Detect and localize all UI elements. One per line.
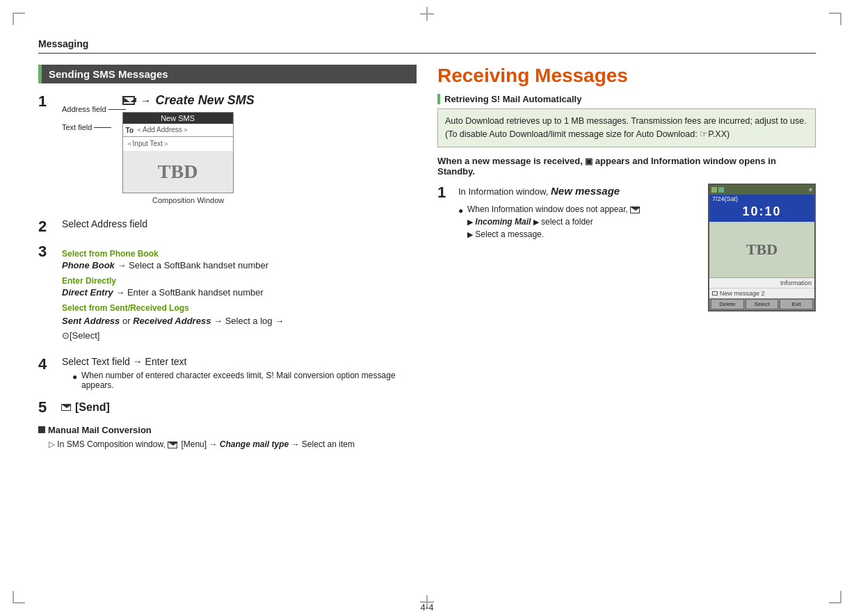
left-section-heading: Sending SMS Messages xyxy=(38,65,417,83)
sms-to-label: To xyxy=(126,127,134,134)
step3-substep2-body: Direct Entry → Enter a SoftBank handset … xyxy=(62,287,417,298)
phone-info-bar: Information xyxy=(709,277,814,288)
manual-change-type: Change mail type xyxy=(220,439,289,449)
right-triangle1b: ▶ xyxy=(533,218,539,226)
step3-substep3-body: Sent Address or Received Address → Selec… xyxy=(62,314,417,343)
step4-container: 4 Select Text field → Enter text ● When … xyxy=(38,356,417,390)
step3-substep3-italic2: Received Address xyxy=(133,316,211,326)
sms-to-row: To ＜Add Address＞ xyxy=(123,124,233,137)
manual-heading: Manual Mail Conversion xyxy=(38,425,417,435)
step3-substep3: Select from Sent/Received Logs Sent Addr… xyxy=(62,303,417,343)
phone-exit-btn[interactable]: Exit xyxy=(780,299,813,309)
page-number: 4-4 xyxy=(421,602,434,613)
manual-menu-label: [Menu] xyxy=(181,439,207,449)
manual-mail-icon xyxy=(168,441,177,448)
corner-mark-tl xyxy=(13,13,25,25)
standby-text-part1: When a new message is received, xyxy=(437,156,583,166)
step4-content: Select Text field → Enter text ● When nu… xyxy=(62,356,417,390)
phone-msg-icon xyxy=(712,291,718,295)
left-section-title: Sending SMS Messages xyxy=(49,68,168,80)
phone-select-btn[interactable]: Select xyxy=(746,299,779,309)
right-bullet-dot: ● xyxy=(458,204,464,217)
step1-arrow: → xyxy=(140,95,152,107)
step3-substep1-rest: Select a SoftBank handset number xyxy=(129,260,268,270)
step3-content: Select from Phone Book Phone Book → Sele… xyxy=(62,243,417,348)
corner-mark-br xyxy=(829,591,841,603)
right-mail-icon xyxy=(630,206,640,213)
step3-container: 3 Select from Phone Book Phone Book → Se… xyxy=(38,243,417,348)
sms-tbd-text: TBD xyxy=(158,161,198,183)
step3-number: 3 xyxy=(38,243,58,260)
step3-substep3-rest2: ⊙[Select] xyxy=(62,330,99,341)
sms-mockup: New SMS To ＜Add Address＞ ＜Input Text＞ TB… xyxy=(122,112,234,193)
step5-text: [Send] xyxy=(61,401,110,414)
right-column: Receiving Messages Retrieving S! Mail Au… xyxy=(437,65,816,451)
square-bullet-icon xyxy=(38,426,45,433)
right-triangle2: ▶ xyxy=(467,230,473,238)
right-step1-text: In Information window, xyxy=(458,186,548,197)
right-step1-content: In Information window, New message ● Whe… xyxy=(458,184,698,241)
step4-bullet-text: When number of entered character exceeds… xyxy=(81,371,417,390)
step5-number: 5 xyxy=(38,398,58,416)
step3-substep1-body: Phone Book → Select a SoftBank handset n… xyxy=(62,260,417,270)
signal-icon xyxy=(711,187,717,193)
step3-substep2-heading: Enter Directly xyxy=(62,276,417,286)
standby-icon: ▣ xyxy=(585,156,595,166)
step3-substep3-arrow: → xyxy=(214,316,225,326)
phone-tbd-text: TBD xyxy=(746,241,778,259)
phone-msg-label: New message 2 xyxy=(720,290,765,297)
step1-mail-icon xyxy=(122,96,135,105)
sms-tbd-area: TBD xyxy=(123,151,233,193)
right-step1-bullet-content: When Information window does not appear,… xyxy=(467,203,641,241)
phone-time: 10:10 xyxy=(709,203,814,222)
receiving-heading: Receiving Messages xyxy=(437,65,816,87)
step3-substep3-italic1: Sent Address xyxy=(62,316,120,326)
manual-arrow-prefix: ▷ xyxy=(49,439,55,449)
phone-btn-bar: Delete Select Exit xyxy=(709,298,814,310)
phone-delete-btn[interactable]: Delete xyxy=(711,299,744,309)
top-cross xyxy=(420,7,434,21)
right-incoming-mail: Incoming Mail xyxy=(475,217,533,227)
manual-arrow2: → xyxy=(291,439,302,449)
step3-substep3-rest1: Select a log xyxy=(225,316,273,326)
step3-substep2-arrow: → xyxy=(115,287,127,298)
phone-mockup: ■ 7/24(Sat) 10:10 TBD Information New me… xyxy=(708,184,816,311)
step1-content: Address field Text field xyxy=(62,93,417,210)
step1-container: 1 Address field Text field xyxy=(38,93,417,210)
phone-date: 7/24(Sat) xyxy=(712,195,738,202)
right-rest1: select a folder xyxy=(541,217,593,227)
info-box: Auto Download retrieves up to 1 MB messa… xyxy=(437,108,816,147)
phone-tbd: TBD xyxy=(709,222,814,277)
step4-rest: Enter text xyxy=(145,356,187,367)
right-bullet-text: When Information window does not appear, xyxy=(467,204,628,214)
right-step1-container: 1 In Information window, New message ● W… xyxy=(437,184,698,241)
step3-substep1-italic: Phone Book xyxy=(62,260,115,270)
manual-body: ▷ In SMS Composition window, [Menu] → Ch… xyxy=(49,438,417,451)
step3-substep2-italic: Direct Entry xyxy=(62,287,113,298)
text-field-label: Text field xyxy=(62,123,92,131)
step1-number: 1 xyxy=(38,93,58,110)
step4-text: Select Text field → Enter text xyxy=(62,356,417,367)
right-triangle1: ▶ xyxy=(467,218,473,226)
step4-bullet: ● When number of entered character excee… xyxy=(72,371,417,390)
info-box-text: Auto Download retrieves up to 1 MB messa… xyxy=(445,116,807,139)
step2-text: Select Address field xyxy=(62,218,147,229)
sms-address-field: ＜Add Address＞ xyxy=(136,125,189,135)
sms-title-bar: New SMS xyxy=(123,113,233,124)
manual-body-text: In SMS Composition window, xyxy=(57,439,165,449)
status-bar-right: ■ xyxy=(809,186,812,193)
standby-text: When a new message is received, ▣ appear… xyxy=(437,156,816,177)
corner-mark-bl xyxy=(13,591,25,603)
step1-label: Create New SMS xyxy=(156,93,255,108)
step3-substep3-or: or xyxy=(122,316,133,326)
manual-heading-text: Manual Mail Conversion xyxy=(48,425,152,435)
step3-substep2: Enter Directly Direct Entry → Enter a So… xyxy=(62,276,417,298)
step5-mail-icon xyxy=(61,404,71,411)
step5-container: 5 [Send] xyxy=(38,398,417,416)
text-field-label-row: Text field xyxy=(62,121,126,133)
text-field-line xyxy=(94,127,111,128)
manual-arrow: → xyxy=(209,439,219,449)
right-rest2: Select a message. xyxy=(475,229,544,239)
right-step1-number: 1 xyxy=(437,184,453,202)
step3-substep2-rest: Enter a SoftBank handset number xyxy=(127,287,264,298)
